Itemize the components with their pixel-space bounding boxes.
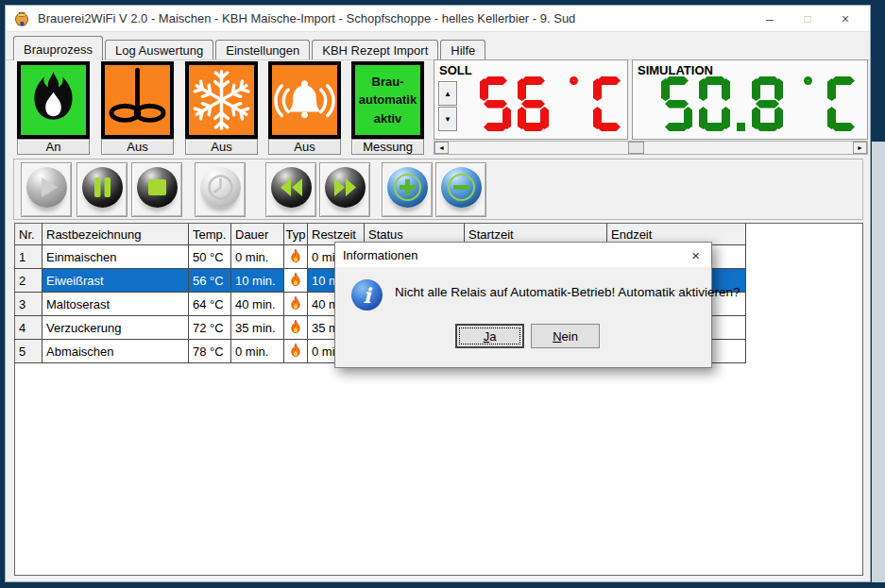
fire-icon — [284, 293, 308, 316]
cell-temp[interactable]: 78 °C — [189, 340, 231, 363]
snowflake-icon — [189, 65, 254, 135]
nein-button[interactable]: Nein — [531, 324, 600, 348]
fire-icon — [21, 65, 86, 135]
brauautomatik-button[interactable]: Brau-automatik aktiv — [351, 61, 424, 139]
play-icon — [26, 167, 67, 208]
cell-nr: 1 — [15, 245, 43, 269]
play-button[interactable] — [21, 162, 72, 217]
relay-kuehlung-button[interactable] — [185, 61, 258, 139]
transport-toolbar — [13, 159, 863, 220]
cell-dauer[interactable]: 10 min. — [231, 269, 284, 293]
cell-dauer[interactable]: 0 min. — [231, 245, 284, 269]
soll-panel: SOLL ▲ ▼ — [434, 59, 628, 140]
scroll-right-icon[interactable]: ► — [853, 142, 867, 154]
cell-rast[interactable]: Abmaischen — [43, 340, 189, 363]
header-typ[interactable]: Typ — [284, 224, 308, 245]
fire-icon — [284, 269, 308, 293]
header-dauer[interactable]: Dauer — [231, 224, 284, 245]
relay-kuehlung-state[interactable]: Aus — [185, 139, 258, 155]
cell-nr: 5 — [15, 340, 43, 363]
brauautomatik-state[interactable]: Messung — [351, 139, 424, 155]
fire-icon — [284, 316, 308, 340]
app-window: Brauerei2WiFi V 2.0 - Maischen - KBH Mai… — [5, 5, 871, 582]
relay-ruehrwerk-button[interactable] — [101, 61, 174, 139]
stirrer-icon — [105, 65, 170, 135]
maximize-icon[interactable]: □ — [789, 6, 826, 32]
cell-temp[interactable]: 72 °C — [189, 316, 231, 340]
bell-icon — [272, 65, 337, 135]
cell-rast[interactable]: Maltoserast — [43, 293, 189, 316]
tab-brauprozess[interactable]: Brauprozess — [13, 36, 103, 60]
tab-bar: Brauprozess Log Auswertung Einstellungen… — [13, 36, 487, 60]
close-icon[interactable]: × — [826, 6, 864, 32]
simulation-panel: SIMULATION — [632, 59, 868, 140]
fire-icon — [284, 245, 308, 269]
pause-button[interactable] — [77, 162, 128, 217]
stop-icon — [137, 167, 178, 208]
cell-dauer[interactable]: 35 min. — [231, 316, 284, 340]
window-title: Brauerei2WiFi V 2.0 - Maischen - KBH Mai… — [38, 11, 575, 25]
timer-icon — [200, 167, 241, 208]
remove-rast-button[interactable] — [435, 162, 486, 217]
cell-rast[interactable]: Eiweißrast — [43, 269, 189, 293]
cell-rast[interactable]: Verzuckerung — [43, 316, 189, 340]
dialog-title-bar: Informationen × — [335, 243, 711, 267]
tab-einstellungen[interactable]: Einstellungen — [215, 40, 310, 60]
rewind-icon — [271, 167, 312, 208]
minus-icon — [441, 167, 482, 208]
minimize-icon[interactable]: – — [751, 6, 789, 32]
spinner-up-icon[interactable]: ▲ — [438, 81, 457, 106]
add-rast-button[interactable] — [382, 162, 433, 217]
ja-button-label: Ja — [484, 329, 497, 344]
dialog-message: Nicht alle Relais auf Automatik-Betrieb!… — [395, 285, 740, 299]
header-nr[interactable]: Nr. — [15, 224, 43, 245]
forward-button[interactable] — [319, 162, 370, 217]
cell-rast[interactable]: Einmaischen — [43, 245, 189, 269]
plus-icon — [387, 167, 428, 208]
fire-icon — [284, 340, 308, 363]
scroll-left-icon[interactable]: ◄ — [434, 142, 449, 154]
info-icon: i — [351, 279, 383, 311]
cell-temp[interactable]: 64 °C — [189, 293, 231, 316]
app-icon — [13, 10, 30, 27]
dialog-close-icon[interactable]: × — [688, 247, 704, 263]
relay-heizung-button[interactable] — [17, 61, 90, 139]
cell-nr: 3 — [15, 293, 43, 316]
dialog-body: i Nicht alle Relais auf Automatik-Betrie… — [335, 267, 711, 369]
soll-spinner: ▲ ▼ — [438, 81, 457, 131]
simulation-label: SIMULATION — [638, 63, 713, 77]
relay-heizung-state[interactable]: An — [17, 139, 90, 155]
header-rastbezeichnung[interactable]: Rastbezeichnung — [43, 224, 189, 245]
relay-ruehrwerk-state[interactable]: Aus — [101, 139, 174, 155]
stop-button[interactable] — [131, 162, 182, 217]
scrollbar-thumb[interactable] — [628, 142, 644, 154]
cell-nr: 4 — [15, 316, 43, 340]
title-bar: Brauerei2WiFi V 2.0 - Maischen - KBH Mai… — [6, 6, 870, 32]
forward-icon — [325, 167, 366, 208]
cell-temp[interactable]: 50 °C — [189, 245, 231, 269]
timer-button[interactable] — [195, 162, 246, 217]
cell-dauer[interactable]: 0 min. — [231, 340, 284, 363]
soll-display — [480, 76, 624, 131]
info-dialog: Informationen × i Nicht alle Relais auf … — [334, 242, 712, 368]
tab-kbh-rezept-import[interactable]: KBH Rezept Import — [312, 40, 438, 60]
tab-hilfe[interactable]: Hilfe — [440, 40, 485, 60]
dialog-title: Informationen — [343, 248, 688, 262]
tab-log-auswertung[interactable]: Log Auswertung — [105, 40, 213, 60]
brauautomatik-label: Brau-automatik aktiv — [355, 65, 420, 135]
rewind-button[interactable] — [265, 162, 316, 217]
pause-icon — [82, 167, 123, 208]
nein-button-label: Nein — [553, 329, 578, 344]
spinner-down-icon[interactable]: ▼ — [438, 107, 457, 131]
header-temp[interactable]: Temp. — [189, 224, 231, 245]
soll-label: SOLL — [439, 63, 472, 77]
simulation-display — [661, 76, 859, 131]
cell-nr: 2 — [15, 269, 43, 293]
desktop-background — [872, 142, 885, 582]
ja-button[interactable]: Ja — [455, 324, 524, 348]
cell-temp[interactable]: 56 °C — [189, 269, 231, 293]
relay-alarm-state[interactable]: Aus — [268, 139, 341, 155]
relay-alarm-button[interactable] — [268, 61, 341, 139]
temperature-scrollbar[interactable]: ◄ ► — [434, 141, 868, 155]
cell-dauer[interactable]: 40 min. — [231, 293, 284, 316]
